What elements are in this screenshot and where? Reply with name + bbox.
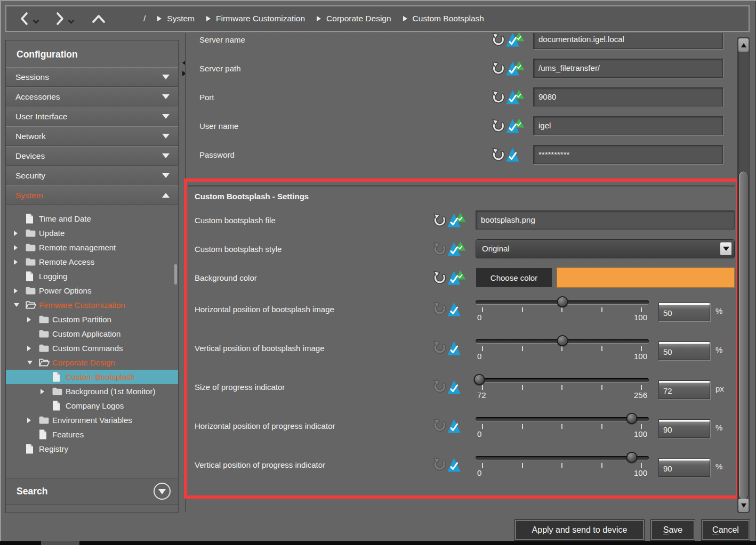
collapse-arrow-icon[interactable] [11, 303, 26, 307]
breadcrumb-item-custom-bootsplash[interactable]: Custom Bootsplash [413, 14, 484, 23]
expand-arrow-icon[interactable] [38, 389, 52, 394]
choose-color-button[interactable]: Choose color [476, 267, 552, 288]
setting-state-icon[interactable] [506, 147, 525, 162]
field-input-password[interactable]: ********** [533, 145, 723, 164]
expand-arrow-icon[interactable] [25, 346, 39, 351]
reset-icon[interactable] [492, 119, 505, 133]
reset-icon[interactable] [492, 33, 505, 46]
expand-arrow-icon[interactable] [11, 288, 26, 294]
slider-track[interactable] [476, 417, 649, 421]
tree-item-remote-access[interactable]: Remote Access [6, 255, 178, 269]
tree-item-custom-partition[interactable]: Custom Partition [6, 312, 178, 327]
forward-button[interactable] [54, 12, 65, 26]
setting-state-icon[interactable] [448, 457, 466, 473]
tick-mark [482, 463, 483, 468]
setting-state-icon[interactable] [448, 270, 466, 286]
expand-arrow-icon[interactable] [11, 231, 26, 236]
expand-arrow-icon[interactable] [25, 317, 39, 322]
tree-item-remote-management[interactable]: Remote management [6, 240, 178, 255]
back-history-dropdown-icon[interactable] [33, 19, 39, 24]
setting-state-icon[interactable] [506, 90, 525, 105]
up-button[interactable] [92, 14, 106, 23]
reset-icon[interactable] [492, 61, 505, 75]
slider-value-input[interactable]: 72 [658, 380, 710, 399]
slider: 0100 [476, 413, 653, 452]
field-input-server-path[interactable]: /ums_filetransfer/ [533, 59, 723, 78]
scroll-down-button[interactable] [738, 499, 749, 512]
slider-handle[interactable] [557, 335, 568, 346]
search-panel-header[interactable]: Search [6, 478, 178, 505]
sidebar-section-network[interactable]: Network [6, 126, 178, 146]
slider-handle[interactable] [626, 452, 637, 463]
slider-handle[interactable] [557, 296, 568, 307]
slider-value-input[interactable]: 90 [658, 458, 710, 477]
field-input-user-name[interactable]: igel [533, 116, 723, 135]
sidebar-section-security[interactable]: Security [6, 166, 178, 185]
scrollbar-thumb[interactable] [738, 171, 749, 500]
sidebar-section-sessions[interactable]: Sessions [6, 67, 178, 87]
setting-state-icon[interactable] [448, 340, 466, 356]
sidebar-section-accessories[interactable]: Accessories [6, 87, 178, 107]
slider-track[interactable] [476, 378, 649, 382]
back-button[interactable] [19, 12, 30, 26]
setting-state-icon[interactable] [448, 241, 466, 257]
field-input-port[interactable]: 9080 [533, 87, 723, 107]
setting-state-icon[interactable] [448, 213, 466, 228]
sidebar-splitter[interactable] [181, 60, 187, 85]
reset-icon[interactable] [433, 213, 447, 227]
slider-value-input[interactable]: 50 [658, 341, 710, 360]
reset-icon[interactable] [433, 271, 447, 284]
background-color-swatch [557, 267, 735, 288]
slider-handle[interactable] [473, 374, 485, 385]
tree-item-company-logos[interactable]: Company Logos [6, 398, 178, 413]
setting-state-icon[interactable] [448, 302, 466, 317]
sidebar-section-devices[interactable]: Devices [6, 146, 178, 166]
sidebar-section-system[interactable]: System [6, 185, 178, 205]
sidebar-section-user-interface[interactable]: User Interface [6, 107, 178, 126]
tree-item-custom-application[interactable]: Custom Application [6, 327, 178, 341]
slider-value-input[interactable]: 90 [658, 419, 710, 438]
slider-track[interactable] [476, 300, 649, 304]
bootsplash-style-select[interactable]: Original [476, 239, 735, 258]
sidebar-scrollbar-thumb[interactable] [174, 264, 177, 284]
breadcrumb-item-firmware-customization[interactable]: Firmware Customization [216, 14, 305, 23]
slider-handle[interactable] [626, 413, 637, 424]
setting-state-icon[interactable] [448, 418, 466, 434]
tree-item-time-and-date[interactable]: Time and Date [6, 212, 178, 226]
tree-item-background-1st-monitor[interactable]: Background (1st Monitor) [6, 384, 178, 398]
tree-item-features[interactable]: Features [6, 427, 178, 442]
tree-item-corporate-design[interactable]: Corporate Design [6, 355, 178, 370]
tree-item-custom-bootsplash[interactable]: Custom Bootsplash [6, 370, 178, 384]
scroll-up-button[interactable] [738, 38, 749, 52]
breadcrumb-item-system[interactable]: System [167, 14, 195, 23]
breadcrumb-item-corporate-design[interactable]: Corporate Design [326, 14, 391, 23]
tree-item-registry[interactable]: Registry [6, 442, 178, 456]
tree-item-power-options[interactable]: Power Options [6, 283, 178, 298]
expand-arrow-icon[interactable] [11, 259, 26, 265]
tree-item-update[interactable]: Update [6, 226, 178, 240]
collapse-arrow-icon[interactable] [25, 361, 39, 364]
expand-arrow-icon[interactable] [11, 245, 26, 250]
reset-icon[interactable] [492, 148, 505, 161]
setting-state-icon[interactable] [506, 33, 525, 47]
setting-state-icon[interactable] [506, 61, 525, 76]
tree-item-custom-commands[interactable]: Custom Commands [6, 341, 178, 355]
slider-track[interactable] [476, 456, 649, 460]
bootsplash-file-input[interactable]: bootsplash.png [476, 210, 735, 230]
tree-item-logging[interactable]: Logging [6, 269, 178, 283]
button-cancel[interactable]: Cancel [702, 520, 750, 540]
button-apply-and-send-to-device[interactable]: Apply and send to device [515, 520, 644, 540]
forward-history-dropdown-icon[interactable] [68, 19, 75, 24]
reset-icon[interactable] [492, 90, 505, 104]
tree-item-environment-variables[interactable]: Environment Variables [6, 413, 178, 427]
tree-item-firmware-customization[interactable]: Firmware Customization [6, 298, 178, 312]
field-input-server-name[interactable]: documentation.igel.local [533, 33, 723, 49]
setting-state-icon[interactable] [448, 379, 466, 395]
button-save[interactable]: Save [651, 520, 695, 540]
slider-track[interactable] [476, 339, 649, 343]
setting-state-icon[interactable] [506, 118, 525, 134]
expand-arrow-icon[interactable] [25, 418, 39, 423]
slider-value-input[interactable]: 50 [658, 303, 710, 321]
breadcrumb-root[interactable]: / [143, 14, 146, 23]
search-expand-button[interactable] [154, 483, 171, 500]
